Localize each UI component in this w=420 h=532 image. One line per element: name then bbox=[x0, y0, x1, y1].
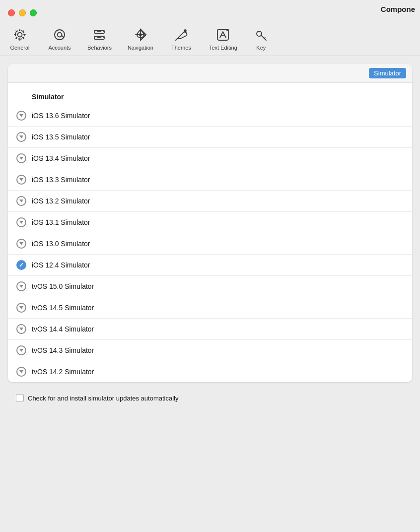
toolbar-label-themes: Themes bbox=[171, 45, 191, 51]
download-circle-icon bbox=[16, 217, 27, 228]
download-circle-icon bbox=[16, 366, 27, 377]
download-circle-icon bbox=[16, 153, 27, 164]
maximize-button[interactable] bbox=[30, 9, 37, 16]
download-circle-icon bbox=[16, 238, 27, 249]
toolbar-item-themes[interactable]: Themes bbox=[161, 24, 201, 56]
download-circle-icon bbox=[16, 302, 27, 313]
checkbox-wrap: Check for and install simulator updates … bbox=[16, 394, 178, 402]
titlebar: Compone bbox=[0, 0, 420, 20]
text-editing-icon bbox=[215, 27, 231, 43]
auto-update-checkbox[interactable] bbox=[16, 394, 24, 402]
item-label: tvOS 14.2 Simulator bbox=[32, 368, 94, 376]
list-item[interactable]: tvOS 14.2 Simulator bbox=[8, 361, 412, 382]
toolbar-label-behaviors: Behaviors bbox=[87, 45, 112, 51]
item-label: iOS 13.5 Simulator bbox=[32, 133, 90, 141]
list-item[interactable]: tvOS 15.0 Simulator bbox=[8, 275, 412, 297]
download-circle-icon bbox=[16, 132, 27, 142]
download-circle-icon bbox=[16, 324, 27, 334]
close-button[interactable] bbox=[8, 9, 15, 16]
download-circle-icon bbox=[16, 174, 27, 185]
toolbar-label-general: General bbox=[10, 45, 29, 51]
svg-line-13 bbox=[176, 39, 177, 40]
svg-point-2 bbox=[55, 30, 65, 40]
item-label: tvOS 15.0 Simulator bbox=[32, 282, 94, 290]
list-item[interactable]: tvOS 14.4 Simulator bbox=[8, 318, 412, 339]
simulator-list: iOS 13.6 Simulator iOS 13.5 Simulator iO… bbox=[8, 105, 412, 382]
themes-icon bbox=[173, 27, 189, 43]
toolbar-label-navigation: Navigation bbox=[128, 45, 153, 51]
item-label: iOS 13.0 Simulator bbox=[32, 240, 90, 248]
item-label: iOS 12.4 Simulator bbox=[32, 261, 90, 269]
toolbar-label-accounts: Accounts bbox=[48, 45, 70, 51]
download-circle-icon bbox=[16, 345, 27, 356]
item-label: iOS 13.2 Simulator bbox=[32, 197, 90, 205]
section-title: Simulator bbox=[8, 93, 412, 105]
toolbar-item-key[interactable]: Key bbox=[245, 24, 277, 56]
svg-point-3 bbox=[58, 33, 62, 37]
item-label: iOS 13.4 Simulator bbox=[32, 154, 90, 162]
list-item[interactable]: iOS 13.1 Simulator bbox=[8, 211, 412, 233]
download-circle-icon bbox=[16, 196, 27, 206]
toolbar-label-text-editing: Text Editing bbox=[209, 45, 237, 51]
at-icon bbox=[52, 27, 68, 43]
key-icon bbox=[253, 27, 269, 43]
list-item[interactable]: iOS 12.4 Simulator bbox=[8, 254, 412, 275]
list-item[interactable]: iOS 13.0 Simulator bbox=[8, 233, 412, 254]
item-label: tvOS 14.3 Simulator bbox=[32, 346, 94, 354]
toolbar-item-behaviors[interactable]: Behaviors bbox=[79, 24, 120, 56]
check-circle-icon bbox=[16, 260, 27, 270]
item-label: tvOS 14.5 Simulator bbox=[32, 304, 94, 312]
item-label: tvOS 14.4 Simulator bbox=[32, 325, 94, 333]
simulator-section: Simulator iOS 13.6 Simulator iOS 13.5 Si… bbox=[8, 83, 412, 382]
window-controls bbox=[8, 9, 37, 16]
minimize-button[interactable] bbox=[19, 9, 26, 16]
checkbox-label: Check for and install simulator updates … bbox=[28, 395, 178, 402]
filter-tag[interactable]: Simulator bbox=[369, 68, 406, 78]
toolbar: General Accounts Behaviors bbox=[0, 20, 420, 56]
item-label: iOS 13.6 Simulator bbox=[32, 112, 90, 120]
list-item[interactable]: iOS 13.4 Simulator bbox=[8, 147, 412, 169]
list-item[interactable]: iOS 13.3 Simulator bbox=[8, 169, 412, 190]
filter-bar: Simulator bbox=[8, 64, 412, 83]
toolbar-item-general[interactable]: General bbox=[0, 24, 40, 56]
main-content: Simulator Simulator iOS 13.6 Simulator bbox=[0, 56, 420, 418]
bottom-bar: Check for and install simulator updates … bbox=[8, 386, 412, 410]
download-circle-icon bbox=[16, 281, 27, 292]
item-label: iOS 13.3 Simulator bbox=[32, 176, 90, 184]
behaviors-icon bbox=[91, 27, 107, 43]
list-item[interactable]: iOS 13.5 Simulator bbox=[8, 126, 412, 147]
toolbar-item-text-editing[interactable]: Text Editing bbox=[201, 24, 245, 56]
list-item[interactable]: tvOS 14.5 Simulator bbox=[8, 297, 412, 318]
content-panel: Simulator Simulator iOS 13.6 Simulator bbox=[8, 64, 412, 382]
svg-point-0 bbox=[18, 33, 22, 37]
toolbar-label-key: Key bbox=[256, 45, 266, 51]
window-title: Compone bbox=[381, 5, 420, 13]
navigation-icon bbox=[133, 27, 148, 43]
item-label: iOS 13.1 Simulator bbox=[32, 218, 90, 226]
download-circle-icon bbox=[16, 110, 27, 121]
toolbar-item-accounts[interactable]: Accounts bbox=[40, 24, 79, 56]
list-item[interactable]: iOS 13.2 Simulator bbox=[8, 190, 412, 211]
list-item[interactable]: tvOS 14.3 Simulator bbox=[8, 339, 412, 361]
list-item[interactable]: iOS 13.6 Simulator bbox=[8, 105, 412, 126]
toolbar-item-navigation[interactable]: Navigation bbox=[120, 24, 161, 56]
gear-icon bbox=[12, 27, 28, 43]
svg-point-14 bbox=[184, 30, 186, 32]
